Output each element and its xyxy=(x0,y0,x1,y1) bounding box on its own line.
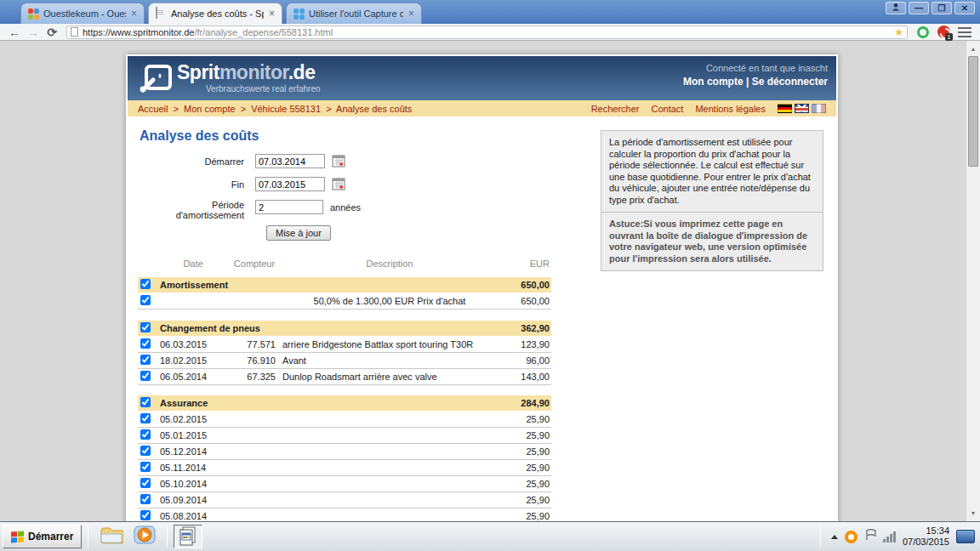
taskbar-clock[interactable]: 15:34 07/03/2015 xyxy=(903,525,949,548)
uk-flag-icon[interactable] xyxy=(795,104,809,113)
cell-amount: 25,90 xyxy=(497,444,551,460)
account-link[interactable]: Mon compte xyxy=(683,76,744,88)
breadcrumb-account[interactable]: Mon compte xyxy=(184,104,236,114)
site-header: Spritmonitor.de Verbrauchswerte real erf… xyxy=(128,56,836,100)
group-checkbox[interactable] xyxy=(140,322,151,332)
cell-date xyxy=(160,293,226,310)
cell-description xyxy=(282,460,497,476)
refresh-icon[interactable]: ⟳ xyxy=(43,26,61,39)
cell-amount: 650,00 xyxy=(497,293,551,310)
cell-odometer xyxy=(226,492,282,508)
group-row-pneus: Changement de pneus 362,90 xyxy=(138,321,551,337)
row-checkbox[interactable] xyxy=(140,371,151,381)
show-desktop-icon[interactable] xyxy=(956,530,975,543)
breadcrumb-home[interactable]: Accueil xyxy=(138,104,168,114)
browser-menu-icon[interactable] xyxy=(958,27,971,37)
explorer-folder-icon[interactable] xyxy=(100,525,123,548)
start-button[interactable]: Démarrer xyxy=(3,525,82,548)
nav-mentions-legales[interactable]: Mentions légales xyxy=(695,104,766,114)
cost-table: Date Compteur Description EUR Amortissem… xyxy=(138,257,551,521)
tab-analyse-des-couts[interactable]: Analyse des coûts - Sprit × xyxy=(148,3,282,24)
row-checkbox[interactable] xyxy=(140,494,151,504)
tab-ouestlekeum[interactable]: Ouestlekeum - Ouestleke × xyxy=(20,3,145,24)
period-label: Période d'amortissement xyxy=(155,200,244,220)
breadcrumb-separator: > xyxy=(241,104,246,114)
cell-date: 05.11.2014 xyxy=(160,460,226,476)
minimize-button[interactable]: — xyxy=(909,2,929,14)
extension-green-icon[interactable] xyxy=(917,26,929,38)
calendar-icon[interactable] xyxy=(332,155,345,169)
tab-title: Utiliser l'outil Capture d'é xyxy=(309,9,403,19)
profile-icon[interactable] xyxy=(886,2,906,14)
period-input[interactable] xyxy=(255,200,323,214)
logout-link[interactable]: Se déconnecter xyxy=(752,76,828,88)
cell-date: 05.08.2014 xyxy=(160,508,226,522)
group-total: 284,90 xyxy=(497,395,551,412)
active-app-button[interactable] xyxy=(174,525,202,548)
forward-icon[interactable]: → xyxy=(24,26,43,39)
bookmark-star-icon[interactable]: ★ xyxy=(894,26,903,38)
taskbar-separator xyxy=(167,525,168,548)
row-checkbox[interactable] xyxy=(140,510,151,520)
start-date-input[interactable] xyxy=(255,154,325,168)
table-row: 50,0% de 1.300,00 EUR Prix d'achat 650,0… xyxy=(138,293,551,310)
close-button[interactable]: ✕ xyxy=(954,2,975,14)
scrollbar-thumb[interactable] xyxy=(968,56,978,167)
tab-close-icon[interactable]: × xyxy=(407,8,416,20)
scroll-down-icon[interactable]: ▼ xyxy=(966,507,980,520)
breadcrumb-vehicle[interactable]: Véhicule 558131 xyxy=(251,104,321,114)
group-checkbox[interactable] xyxy=(140,279,151,289)
table-row: 06.05.2014 67.325 Dunlop Roadsmart arriè… xyxy=(138,368,551,384)
cell-description: 50,0% de 1.300,00 EUR Prix d'achat xyxy=(282,293,497,310)
german-flag-icon[interactable] xyxy=(778,104,792,113)
tray-antivirus-icon[interactable] xyxy=(845,531,858,543)
table-row: 06.03.2015 77.571 arriere Bridgestone Ba… xyxy=(138,336,551,352)
row-checkbox[interactable] xyxy=(140,413,151,423)
scroll-up-icon[interactable]: ▲ xyxy=(966,43,980,55)
tab-capture-tool[interactable]: Utiliser l'outil Capture d'é × xyxy=(286,3,422,24)
action-center-flag-icon[interactable] xyxy=(864,529,876,544)
adblock-icon[interactable]: 1 xyxy=(937,26,950,38)
calendar-icon[interactable] xyxy=(332,178,345,192)
nav-contact[interactable]: Contact xyxy=(652,104,684,114)
media-player-icon[interactable] xyxy=(134,525,156,548)
browser-titlebar: Ouestlekeum - Ouestleke × Analyse des co… xyxy=(0,0,980,24)
nav-rechercher[interactable]: Rechercher xyxy=(591,104,640,114)
scrollbar[interactable]: ▲ ▼ xyxy=(966,41,980,521)
cell-description: arriere Bridgestone Battlax sport tourin… xyxy=(282,336,497,352)
site-tagline: Verbrauchswerte real erfahren xyxy=(206,84,321,94)
cell-amount: 25,90 xyxy=(497,412,551,428)
tray-separator xyxy=(820,525,821,548)
restore-button[interactable]: ❐ xyxy=(932,2,952,14)
breadcrumb-separator: > xyxy=(326,104,331,114)
tab-close-icon[interactable]: × xyxy=(267,8,276,20)
address-bar[interactable]: https://www.spritmonitor.de/fr/analyse_d… xyxy=(66,26,908,39)
back-icon[interactable]: ← xyxy=(5,26,24,39)
page-icon xyxy=(71,27,78,37)
col-compteur: Compteur xyxy=(226,257,282,277)
tab-close-icon[interactable]: × xyxy=(129,8,139,20)
row-checkbox[interactable] xyxy=(140,446,151,456)
site-logo[interactable]: Spritmonitor.de xyxy=(177,61,315,84)
update-button[interactable]: Mise à jour xyxy=(266,225,331,241)
french-flag-icon[interactable] xyxy=(812,104,826,113)
network-signal-icon[interactable] xyxy=(883,531,896,542)
row-checkbox[interactable] xyxy=(140,462,151,472)
cell-description xyxy=(282,508,497,522)
row-checkbox[interactable] xyxy=(140,295,151,305)
group-name: Changement de pneus xyxy=(160,321,497,337)
page-area: Spritmonitor.de Verbrauchswerte real erf… xyxy=(0,41,980,521)
row-checkbox[interactable] xyxy=(140,478,151,488)
cell-odometer: 67.325 xyxy=(226,368,282,384)
row-checkbox[interactable] xyxy=(140,429,151,440)
end-date-input[interactable] xyxy=(255,177,325,191)
start-date-label: Démarrer xyxy=(128,154,255,167)
cell-amount: 25,90 xyxy=(497,428,551,444)
row-checkbox[interactable] xyxy=(140,355,151,365)
group-name: Amortissement xyxy=(160,277,497,293)
table-row: 18.02.2015 76.910 Avant 96,00 xyxy=(138,352,551,368)
group-checkbox[interactable] xyxy=(140,397,151,407)
cell-description xyxy=(282,492,497,508)
hidden-icons-chevron-icon[interactable] xyxy=(831,535,838,539)
row-checkbox[interactable] xyxy=(140,338,151,349)
